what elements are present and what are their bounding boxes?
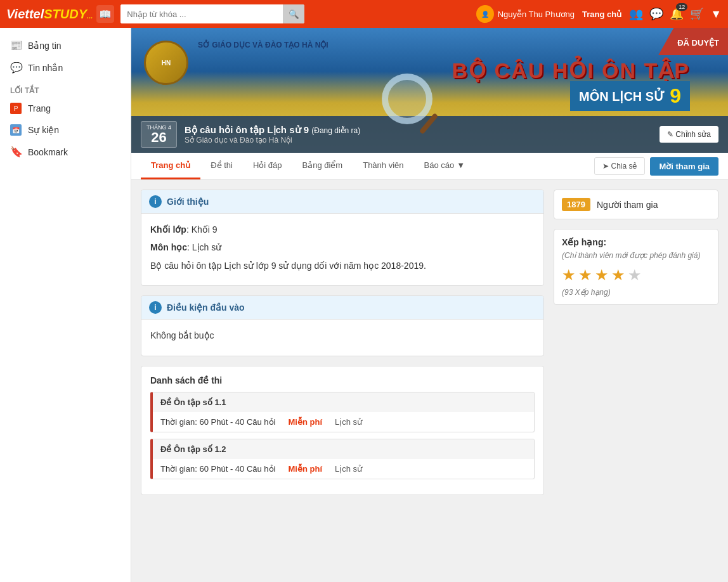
- dieu-kien-title: Điều kiện đầu vào: [167, 302, 245, 313]
- dieu-kien-value: Không bắt buộc: [150, 328, 535, 342]
- header-right: 👤 Nguyễn Thu Phương Trang chủ 👥 💬 🔔 12 🛒…: [476, 5, 722, 23]
- banner-course-status: (Đang diễn ra): [311, 126, 360, 135]
- news-icon: 📰: [10, 39, 23, 51]
- members-badge: 1879 Người tham gia: [554, 190, 718, 219]
- gioi-thieu-card: i Giới thiệu Khối lớp: Khối 9 Môn học: L…: [141, 190, 544, 286]
- info-icon-2: i: [149, 301, 162, 314]
- stars-row: ★ ★ ★ ★ ★: [562, 266, 710, 284]
- sidebar-item-tin-nhan[interactable]: 💬 Tin nhắn: [0, 56, 131, 79]
- mon-hoc-label: Môn học: [150, 242, 187, 252]
- magnifier-icon: [382, 74, 432, 124]
- tab-bang-diem[interactable]: Bảng điểm: [292, 153, 353, 179]
- sidebar-item-trang[interactable]: P Trang: [0, 98, 131, 119]
- search-box: 🔍: [120, 4, 304, 23]
- khoi-lop-label: Khối lớp: [150, 224, 186, 235]
- date-badge: THÁNG 4 26: [141, 121, 177, 148]
- sidebar-section-loi-tat: LỐI TẮT: [0, 79, 131, 98]
- friends-icon[interactable]: 👥: [629, 7, 643, 21]
- sidebar-item-label-trang: Trang: [28, 103, 51, 113]
- sidebar: 📰 Bảng tin 💬 Tin nhắn LỐI TẮT P Trang 📅 …: [0, 28, 131, 582]
- khoi-lop-row: Khối lớp: Khối 9: [150, 223, 535, 236]
- sidebar-item-bang-tin[interactable]: 📰 Bảng tin: [0, 34, 131, 56]
- event-icon: 📅: [10, 124, 23, 136]
- chat-icon[interactable]: 💬: [649, 7, 663, 21]
- rating-count: (93 Xếp hạng): [562, 288, 710, 297]
- description: Bộ câu hỏi ôn tập Lịch sử lớp 9 sử dụng …: [150, 259, 535, 273]
- banner-number: 9: [670, 84, 681, 108]
- exam-list-card: Danh sách đề thi Đề Ôn tập số 1.1 Thời g…: [141, 366, 544, 495]
- exam-item-1-free: Miễn phí: [289, 417, 323, 427]
- sidebar-item-label-bookmark: Bookmark: [28, 147, 68, 157]
- sidebar-item-label-tin-nhan: Tin nhắn: [28, 63, 63, 73]
- exam-item-2-free: Miễn phí: [289, 464, 323, 474]
- rating-title: Xếp hạng:: [562, 237, 710, 247]
- tab-thanh-vien[interactable]: Thành viên: [353, 153, 413, 179]
- banner-title-main: BỘ CÂU HỎI ÔN TẬP: [452, 60, 690, 81]
- nav-tabs: Trang chủ Đề thi Hỏi đáp Bảng điểm Thành…: [131, 153, 728, 180]
- exam-item-1-time: Thời gian: 60 Phút - 40 Câu hỏi: [160, 417, 276, 427]
- exam-item-2: Đề Ôn tập số 1.2 Thời gian: 60 Phút - 40…: [150, 439, 535, 479]
- chinh-sua-button[interactable]: ✎ Chỉnh sửa: [660, 126, 718, 143]
- exam-item-2-header[interactable]: Đề Ôn tập số 1.2: [153, 439, 534, 459]
- logo-study: STUDY: [44, 7, 87, 21]
- banner-course-info: Bộ câu hỏi ôn tập Lịch sử 9 (Đang diễn r…: [185, 124, 652, 145]
- search-input[interactable]: [120, 4, 283, 23]
- org-logo-text: HN: [162, 60, 171, 67]
- message-icon: 💬: [10, 61, 23, 74]
- banner-course-name: Bộ câu hỏi ôn tập Lịch sử 9 (Đang diễn r…: [185, 124, 652, 136]
- tab-trang-chu[interactable]: Trang chủ: [141, 153, 200, 179]
- star-1[interactable]: ★: [562, 266, 576, 284]
- sidebar-item-label-su-kien: Sự kiện: [28, 125, 59, 135]
- left-panel: i Giới thiệu Khối lớp: Khối 9 Môn học: L…: [141, 190, 544, 495]
- mon-hoc-row: Môn học: Lịch sử: [150, 240, 535, 254]
- star-5[interactable]: ★: [628, 266, 642, 284]
- sidebar-item-su-kien[interactable]: 📅 Sự kiện: [0, 119, 131, 141]
- notification-icon[interactable]: 🔔 12: [670, 7, 684, 21]
- page-icon-box: P: [10, 103, 22, 114]
- banner-subtitle: MÔN LỊCH SỬ 9: [570, 81, 690, 111]
- star-3[interactable]: ★: [595, 266, 609, 284]
- cart-icon[interactable]: 🛒: [690, 7, 704, 21]
- exam-list-title: Danh sách đề thi: [150, 375, 535, 385]
- sidebar-item-bookmark[interactable]: 🔖 Bookmark: [0, 141, 131, 163]
- exam-item-2-body: Thời gian: 60 Phút - 40 Câu hỏi Miễn phí…: [153, 459, 534, 479]
- exam-item-1: Đề Ôn tập số 1.1 Thời gian: 60 Phút - 40…: [150, 392, 535, 432]
- logo-suffix: ...: [87, 12, 93, 20]
- dropdown-arrow-icon[interactable]: ▼: [710, 8, 722, 21]
- join-button[interactable]: Mời tham gia: [650, 157, 718, 176]
- header: ViettelSTUDY... 📖 🔍 👤 Nguyễn Thu Phương …: [0, 0, 728, 28]
- dieu-kien-body: Không bắt buộc: [141, 320, 543, 355]
- star-4[interactable]: ★: [611, 266, 625, 284]
- logo-viettel: Viettel: [6, 7, 44, 21]
- exam-item-1-header[interactable]: Đề Ôn tập số 1.1: [153, 392, 534, 412]
- nav-actions: ➤ Chia sẻ Mời tham gia: [594, 157, 718, 176]
- main-layout: 📰 Bảng tin 💬 Tin nhắn LỐI TẮT P Trang 📅 …: [0, 28, 728, 582]
- banner-subtitle-text: MÔN LỊCH SỬ: [579, 89, 665, 104]
- members-label: Người tham gia: [597, 200, 658, 210]
- main-content: i Giới thiệu Khối lớp: Khối 9 Môn học: L…: [131, 180, 728, 505]
- banner-course-org: Sở Giáo dục và Đào tạo Hà Nội: [185, 136, 652, 145]
- content-area: HN SỞ GIÁO DỤC VÀ ĐÀO TẠO HÀ NỘI BỘ CÂU …: [131, 28, 728, 582]
- dieu-kien-header: i Điều kiện đầu vào: [141, 296, 543, 320]
- right-panel: 1879 Người tham gia Xếp hạng: (Chỉ thành…: [554, 190, 718, 495]
- event-icon-box: 📅: [10, 124, 22, 136]
- book-icon: 📖: [96, 5, 114, 23]
- dropdown-chevron-icon: ▼: [457, 160, 465, 170]
- exam-item-1-subject: Lịch sử: [335, 417, 362, 427]
- star-2[interactable]: ★: [578, 266, 592, 284]
- tab-de-thi[interactable]: Đề thi: [200, 153, 243, 179]
- search-button[interactable]: 🔍: [283, 4, 304, 23]
- logo-text: ViettelSTUDY...: [6, 7, 93, 22]
- rating-note: (Chỉ thành viên mới được phép đánh giá): [562, 251, 710, 260]
- share-button[interactable]: ➤ Chia sẻ: [594, 157, 645, 175]
- date-day: 26: [146, 131, 171, 145]
- info-icon: i: [149, 195, 162, 208]
- tab-bao-cao[interactable]: Báo cáo ▼: [414, 153, 476, 179]
- logo: ViettelSTUDY... 📖: [6, 5, 114, 23]
- trang-chu-button[interactable]: Trang chủ: [582, 10, 621, 19]
- gioi-thieu-header: i Giới thiệu: [141, 190, 543, 214]
- header-icons: 👥 💬 🔔 12 🛒 ▼: [629, 7, 722, 21]
- exam-item-1-body: Thời gian: 60 Phút - 40 Câu hỏi Miễn phí…: [153, 412, 534, 432]
- bookmark-icon: 🔖: [10, 146, 23, 158]
- tab-hoi-dap[interactable]: Hỏi đáp: [243, 153, 292, 179]
